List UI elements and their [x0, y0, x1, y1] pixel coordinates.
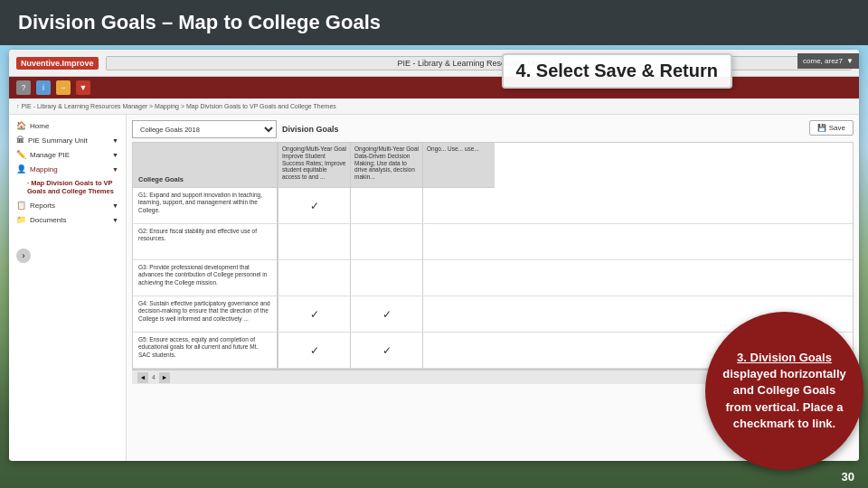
reports-icon: 📋 [16, 201, 26, 210]
home-icon: 🏠 [16, 121, 26, 130]
college-goals-column: College Goals G1: Expand and support inn… [133, 143, 278, 369]
check-g5-col2[interactable]: ✓ [350, 333, 422, 368]
table-row: G2: Ensure fiscal stability and effectiv… [133, 224, 277, 260]
check-g1-col3[interactable] [422, 188, 495, 223]
sidebar-expand-button[interactable]: › [16, 249, 31, 263]
table-row: G3: Provide professional development tha… [133, 260, 277, 296]
check-g3-col1[interactable] [278, 260, 350, 296]
table-row [278, 260, 853, 296]
goal-g2-text: G2: Ensure fiscal stability and effectiv… [133, 224, 278, 259]
check-g3-col3[interactable] [422, 260, 495, 296]
check-g1-col2[interactable] [350, 188, 422, 223]
check-g4-col3[interactable] [422, 296, 495, 332]
table-row: G1: Expand and support innovation in tea… [133, 188, 277, 224]
mapping-icon: 👤 [16, 164, 26, 174]
prev-page-button[interactable]: ◄ [137, 372, 148, 383]
breadcrumb: ↑ PIE - Library & Learning Resources Man… [9, 99, 859, 115]
app-title-bar: PIE - Library & Learning Resources Manag… [106, 56, 852, 70]
check-g3-col2[interactable] [350, 260, 422, 296]
div-goal-header-2: Ongoing/Multi-Year Goal Data-Driven Deci… [350, 143, 422, 188]
division-goals-headers: Ongoing/Multi-Year Goal Improve Student … [278, 143, 853, 188]
nuventive-logo: Nuventive.Improve [16, 57, 99, 70]
check-g4-col1[interactable]: ✓ [278, 296, 350, 332]
goal-g3-text: G3: Provide professional development tha… [133, 260, 278, 296]
sidebar-item-mapping[interactable]: 👤 Mapping ▼ [9, 162, 126, 176]
check-g2-col2[interactable] [350, 224, 422, 259]
header-bar: Division Goals – Map to College Goals [0, 0, 868, 45]
table-row: G4: Sustain effective participatory gove… [133, 296, 277, 333]
sidebar-item-documents[interactable]: 📁 Documents ▼ [9, 212, 126, 227]
goal-g4-text: G4: Sustain effective participatory gove… [133, 296, 278, 332]
table-row: G5: Ensure access, equity and completion… [133, 333, 277, 369]
check-g2-col1[interactable] [278, 224, 350, 259]
page-number: 30 [842, 470, 854, 483]
sidebar-item-reports[interactable]: 📋 Reports ▼ [9, 198, 126, 212]
check-g5-col3[interactable] [422, 333, 495, 368]
next-page-button[interactable]: ► [159, 372, 170, 383]
check-g4-col2[interactable]: ✓ [350, 296, 422, 332]
filter-button[interactable]: ▼ [76, 80, 90, 95]
goal-g1-text: G1: Expand and support innovation in tea… [133, 188, 278, 223]
table-row: ✓ [278, 188, 853, 224]
save-icon: 💾 [817, 124, 826, 132]
welcome-dropdown-arrow[interactable]: ▼ [846, 57, 854, 65]
check-g5-col1[interactable]: ✓ [278, 333, 350, 368]
check-g1-col1[interactable]: ✓ [278, 188, 350, 223]
sidebar-item-manage-pie[interactable]: ✏️ Manage PIE ▼ [9, 147, 126, 162]
help-button[interactable]: ? [16, 80, 31, 95]
goals-dropdown-row: College Goals 2018 Division Goals [132, 120, 854, 138]
page-indicator: 4 [152, 374, 156, 380]
check-g2-col3[interactable] [422, 224, 495, 259]
sidebar-item-map-division-goals[interactable]: · Map Division Goals to VP Goals and Col… [9, 176, 126, 198]
app-sidebar: 🏠 Home 🏛 PIE Summary Unit ▼ ✏️ Manage PI… [9, 115, 127, 461]
callout-division-text: displayed horizontally and College Goals… [722, 367, 846, 430]
division-goals-label: Division Goals [282, 125, 339, 134]
table-row [278, 224, 853, 260]
page-title: Division Goals – Map to College Goals [18, 11, 850, 34]
sidebar-item-home[interactable]: 🏠 Home [9, 118, 126, 133]
welcome-area: come, arez7 ▼ [797, 53, 859, 69]
sidebar-item-pie-summary[interactable]: 🏛 PIE Summary Unit ▼ [9, 133, 126, 147]
info-button[interactable]: i [36, 80, 51, 95]
documents-icon: 📁 [16, 215, 26, 224]
goal-g5-text: G5: Ensure access, equity and completion… [133, 333, 278, 368]
college-goals-dropdown[interactable]: College Goals 2018 [132, 120, 277, 138]
manage-pie-icon: ✏️ [16, 150, 26, 159]
pie-summary-icon: 🏛 [16, 136, 24, 145]
minus-button[interactable]: − [56, 80, 71, 95]
college-goals-header: College Goals [133, 143, 277, 188]
save-button[interactable]: 💾 Save [809, 120, 854, 136]
callout-division-goals: 3. Division Goals displayed horizontally… [705, 312, 863, 470]
callout-save-return: 4. Select Save & Return [502, 53, 732, 89]
callout-division-highlight: 3. Division Goals [737, 351, 832, 364]
div-goal-header-1: Ongoing/Multi-Year Goal Improve Student … [278, 143, 350, 188]
div-goal-header-3: Ongo... Use... use... [422, 143, 495, 188]
